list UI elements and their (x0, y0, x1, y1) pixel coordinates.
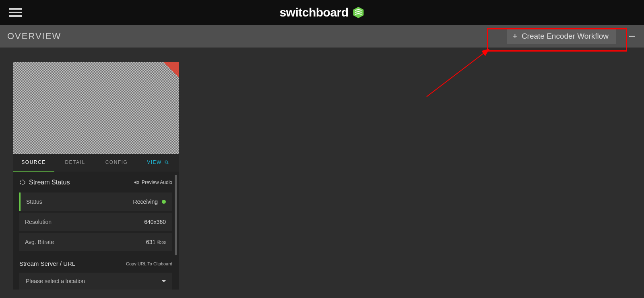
menu-icon[interactable] (9, 6, 22, 19)
brand-name: switchboard (279, 6, 348, 19)
resolution-label: Resolution (25, 219, 52, 225)
tab-source[interactable]: SOURCE (13, 154, 54, 172)
svg-line-2 (167, 163, 168, 164)
page-title: OVERVIEW (7, 31, 61, 41)
create-encoder-workflow-button[interactable]: + Create Encoder Workflow (507, 28, 616, 44)
location-select-placeholder: Please select a location (26, 278, 85, 284)
search-icon (164, 160, 169, 165)
source-panel: Stream Status Preview Audio Status Recei… (13, 172, 179, 290)
collapse-icon[interactable]: − (624, 25, 640, 48)
brand: switchboard (279, 6, 364, 19)
svg-marker-0 (353, 7, 364, 18)
main-area: SOURCE DETAIL CONFIG VIEW Stream Status (0, 48, 644, 298)
audio-muted-icon (134, 180, 139, 185)
brand-logo-icon (353, 6, 365, 19)
tabs: SOURCE DETAIL CONFIG VIEW (13, 154, 179, 172)
tab-detail[interactable]: DETAIL (54, 154, 96, 172)
stream-preview[interactable] (13, 62, 179, 154)
resolution-row: Resolution 640x360 (19, 213, 172, 231)
bitrate-label: Avg. Bitrate (25, 239, 54, 245)
cta-label: Create Encoder Workflow (522, 32, 609, 41)
subheader: OVERVIEW + Create Encoder Workflow − (0, 25, 644, 48)
plus-icon: + (512, 32, 518, 41)
noise-placeholder (13, 62, 179, 154)
tab-config[interactable]: CONFIG (96, 154, 137, 172)
scrollbar[interactable] (175, 175, 177, 255)
status-indicator-icon (162, 200, 166, 204)
preview-audio-button[interactable]: Preview Audio (134, 180, 172, 185)
preview-audio-label: Preview Audio (142, 180, 172, 185)
status-row: Status Receiving (19, 192, 172, 211)
chevron-down-icon (162, 280, 166, 282)
location-select[interactable]: Please select a location (19, 273, 172, 290)
resolution-value: 640x360 (144, 219, 166, 225)
alert-corner-icon (163, 62, 179, 77)
bitrate-row: Avg. Bitrate 631 Kbps (19, 233, 172, 251)
tab-view[interactable]: VIEW (137, 154, 179, 172)
source-card: SOURCE DETAIL CONFIG VIEW Stream Status (13, 62, 179, 290)
status-icon (19, 179, 26, 186)
bitrate-unit: Kbps (157, 240, 166, 244)
svg-point-3 (20, 180, 25, 185)
stream-status-heading: Stream Status (19, 179, 70, 186)
status-value: Receiving (133, 199, 158, 205)
stream-server-heading: Stream Server / URL (19, 260, 75, 267)
stream-status-title: Stream Status (29, 179, 70, 186)
status-label: Status (26, 199, 42, 205)
topbar: switchboard (0, 0, 644, 25)
bitrate-value: 631 (146, 239, 155, 245)
svg-point-1 (165, 161, 167, 163)
tab-view-label: VIEW (147, 159, 162, 165)
copy-url-button[interactable]: Copy URL To Clipboard (126, 261, 172, 266)
